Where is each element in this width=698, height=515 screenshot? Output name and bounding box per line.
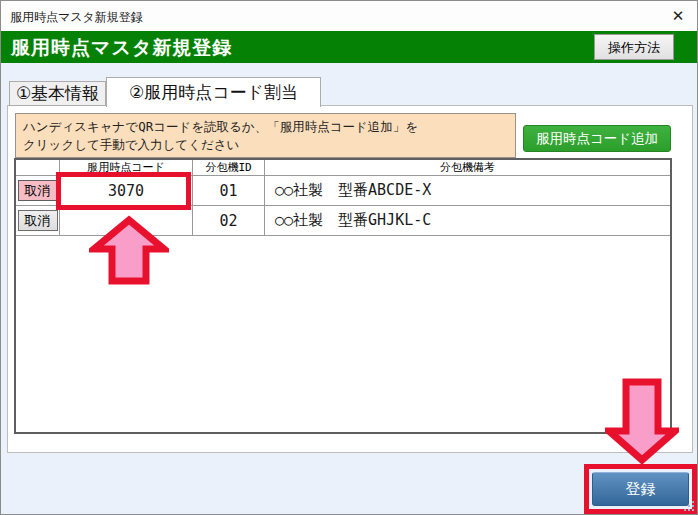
table-row: 取消 3070 01 ○○社製 型番ABCDE-X [16,176,670,206]
header-cancel [16,160,60,175]
cancel-button-row1[interactable]: 取消 [18,180,58,201]
header-machine-id: 分包機ID [193,160,265,175]
title-bar[interactable]: 服用時点マスタ新規登録 ✕ [1,1,697,31]
machine-id-cell-row1: 01 [193,176,265,205]
code-cell-row1[interactable]: 3070 [60,176,193,205]
help-button[interactable]: 操作方法 [594,34,674,60]
instruction-line2: クリックして手動で入力してください [23,136,508,154]
header-code: 服用時点コード [60,160,193,175]
window-title: 服用時点マスタ新規登録 [10,9,143,26]
remarks-cell-row2: ○○社製 型番GHJKL-C [265,206,670,235]
instruction-line1: ハンディスキャナでQRコードを読取るか、「服用時点コード追加」を [23,118,508,136]
code-assignment-table: 服用時点コード 分包機ID 分包機備考 取消 3070 01 ○○社製 型番AB… [14,158,672,434]
cancel-button-row2[interactable]: 取消 [18,210,58,231]
remarks-cell-row1: ○○社製 型番ABCDE-X [265,176,670,205]
header-bar: 服用時点マスタ新規登録 [1,31,697,63]
table-header-row: 服用時点コード 分包機ID 分包機備考 [16,160,670,176]
machine-id-cell-row2: 02 [193,206,265,235]
instruction-banner: ハンディスキャナでQRコードを読取るか、「服用時点コード追加」を クリックして手… [15,113,516,158]
header-remarks: 分包機備考 [265,160,670,175]
code-cell-row2[interactable] [60,206,193,235]
register-button[interactable]: 登録 [592,472,689,506]
add-code-button[interactable]: 服用時点コード追加 [523,125,671,152]
close-icon[interactable]: ✕ [665,4,691,28]
dialog-window: 服用時点マスタ新規登録 ✕ 服用時点マスタ新規登録 操作方法 ①基本情報 ②服用… [0,0,698,515]
table-row: 取消 02 ○○社製 型番GHJKL-C [16,206,670,236]
page-title: 服用時点マスタ新規登録 [11,35,232,61]
tab-basic-info[interactable]: ①基本情報 [9,81,106,106]
tab-code-assignment[interactable]: ②服用時点コード割当 [106,77,321,107]
